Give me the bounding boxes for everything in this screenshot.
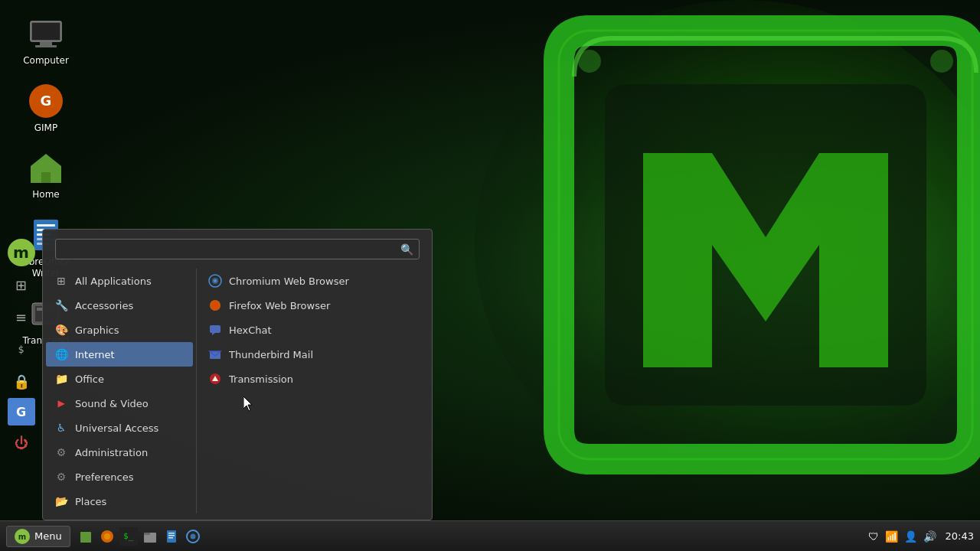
sidebar-btn-apps[interactable]: ⊞: [6, 269, 37, 300]
taskbar-tray: 🛡 📶 👤 🔊 20:43: [868, 530, 974, 543]
svg-rect-41: [167, 530, 176, 543]
transmission-label: Transmission: [229, 373, 293, 385]
taskbar-menu-button[interactable]: m Menu: [6, 526, 70, 547]
mint-logo: [421, 0, 980, 520]
home-icon: [28, 149, 64, 186]
menu-app-chromium[interactable]: Chromium Web Browser: [200, 269, 429, 293]
places-label: Places: [75, 496, 106, 507]
administration-icon: ⚙: [54, 445, 69, 460]
svg-rect-42: [168, 533, 175, 534]
menu-item-internet[interactable]: 🌐 Internet: [46, 342, 193, 367]
taskbar-terminal-icon[interactable]: $_: [119, 527, 138, 546]
all-apps-label: All Applications: [75, 276, 152, 287]
svg-rect-36: [80, 532, 86, 534]
desktop-icon-computer[interactable]: Computer: [15, 15, 77, 67]
internet-label: Internet: [75, 349, 115, 360]
menu-item-all-apps[interactable]: ⊞ All Applications: [46, 269, 193, 293]
sidebar-btn-g[interactable]: G: [8, 398, 35, 425]
taskbar-chromium-icon[interactable]: [184, 527, 202, 546]
menu-app-hexchat[interactable]: HexChat: [200, 318, 429, 342]
sound-video-label: Sound & Video: [75, 398, 149, 409]
taskbar-files-icon[interactable]: [77, 527, 95, 546]
menu-item-sound-video[interactable]: ▶ Sound & Video: [46, 391, 193, 416]
sidebar-btn-list[interactable]: ≡: [6, 302, 37, 332]
gimp-icon: G: [28, 83, 64, 119]
gimp-label: GIMP: [34, 122, 57, 135]
menu-item-administration[interactable]: ⚙ Administration: [46, 440, 193, 465]
graphics-icon: 🎨: [54, 322, 69, 337]
preferences-label: Preferences: [75, 471, 133, 483]
svg-point-46: [190, 533, 195, 539]
internet-icon: 🌐: [54, 347, 69, 362]
menu-item-graphics[interactable]: 🎨 Graphics: [46, 318, 193, 342]
taskbar-menu-label: Menu: [34, 530, 62, 542]
menu-app-transmission[interactable]: Transmission: [200, 367, 429, 391]
svg-text:m: m: [18, 533, 26, 541]
svg-marker-28: [212, 333, 215, 335]
svg-rect-43: [168, 535, 175, 536]
graphics-label: Graphics: [75, 324, 119, 336]
sidebar: m ⊞ ≡ $ 🔒 G ⏻: [0, 237, 42, 458]
accessories-icon: 🔧: [54, 298, 69, 313]
svg-point-3: [930, 50, 953, 73]
transmission-icon: [207, 371, 223, 386]
office-label: Office: [75, 373, 104, 385]
svg-rect-40: [144, 533, 150, 535]
all-apps-icon: ⊞: [54, 273, 69, 289]
taskbar-filemanager-icon[interactable]: [141, 527, 159, 546]
taskbar-firefox-icon[interactable]: [98, 527, 116, 546]
svg-point-25: [214, 279, 217, 282]
computer-label: Computer: [23, 55, 69, 67]
administration-label: Administration: [75, 447, 148, 458]
firefox-icon: [207, 298, 223, 313]
home-label: Home: [32, 189, 59, 201]
svg-point-2: [578, 50, 601, 73]
taskbar-mint-icon: m: [15, 529, 30, 544]
svg-rect-13: [37, 224, 55, 227]
hexchat-icon: [207, 322, 223, 337]
tray-user-icon[interactable]: 👤: [904, 530, 917, 543]
svg-rect-44: [168, 537, 173, 539]
sidebar-btn-power[interactable]: ⏻: [6, 427, 37, 458]
menu-categories: ⊞ All Applications 🔧 Accessories 🎨 Graph…: [43, 269, 196, 514]
svg-rect-7: [35, 45, 57, 47]
search-input[interactable]: [55, 239, 420, 259]
svg-rect-27: [210, 325, 220, 333]
svg-point-38: [104, 533, 110, 540]
firefox-label: Firefox Web Browser: [229, 300, 330, 311]
office-icon: 📁: [54, 371, 69, 386]
menu-item-office[interactable]: 📁 Office: [46, 367, 193, 391]
sidebar-btn-lock[interactable]: 🔒: [6, 366, 37, 396]
tray-network-icon[interactable]: 📶: [885, 530, 898, 543]
universal-access-icon: ♿: [54, 420, 69, 435]
chromium-label: Chromium Web Browser: [229, 276, 349, 287]
svg-text:G: G: [41, 93, 52, 109]
thunderbird-icon: [207, 347, 223, 362]
taskbar-clock: 20:43: [946, 530, 974, 542]
app-menu: 🔍 ⊞ All Applications 🔧 Accessories 🎨 Gra…: [42, 229, 433, 520]
preferences-icon: ⚙: [54, 469, 69, 484]
menu-columns: ⊞ All Applications 🔧 Accessories 🎨 Graph…: [43, 269, 432, 514]
menu-item-universal-access[interactable]: ♿ Universal Access: [46, 416, 193, 440]
menu-item-preferences[interactable]: ⚙ Preferences: [46, 465, 193, 489]
hexchat-label: HexChat: [229, 324, 272, 336]
menu-app-thunderbird[interactable]: Thunderbird Mail: [200, 342, 429, 367]
accessories-label: Accessories: [75, 300, 133, 311]
menu-item-places[interactable]: 📂 Places: [46, 489, 193, 514]
sidebar-btn-mint[interactable]: m: [8, 239, 35, 266]
search-icon: 🔍: [400, 243, 413, 256]
menu-item-accessories[interactable]: 🔧 Accessories: [46, 293, 193, 318]
desktop-icon-gimp[interactable]: G GIMP: [15, 83, 77, 135]
taskbar-writer-icon[interactable]: [162, 527, 181, 546]
chromium-icon: [207, 273, 223, 289]
tray-volume-icon[interactable]: 🔊: [923, 530, 936, 543]
svg-rect-11: [41, 172, 51, 183]
menu-search-container: 🔍: [55, 239, 420, 259]
menu-apps: Chromium Web Browser Firefox Web Browser: [196, 269, 432, 514]
taskbar-quick-launch: $_: [77, 527, 202, 546]
menu-app-firefox[interactable]: Firefox Web Browser: [200, 293, 429, 318]
sidebar-btn-terminal[interactable]: $: [6, 334, 37, 364]
desktop-icon-home[interactable]: Home: [15, 149, 77, 201]
universal-access-label: Universal Access: [75, 422, 158, 434]
tray-shield-icon[interactable]: 🛡: [868, 530, 879, 543]
